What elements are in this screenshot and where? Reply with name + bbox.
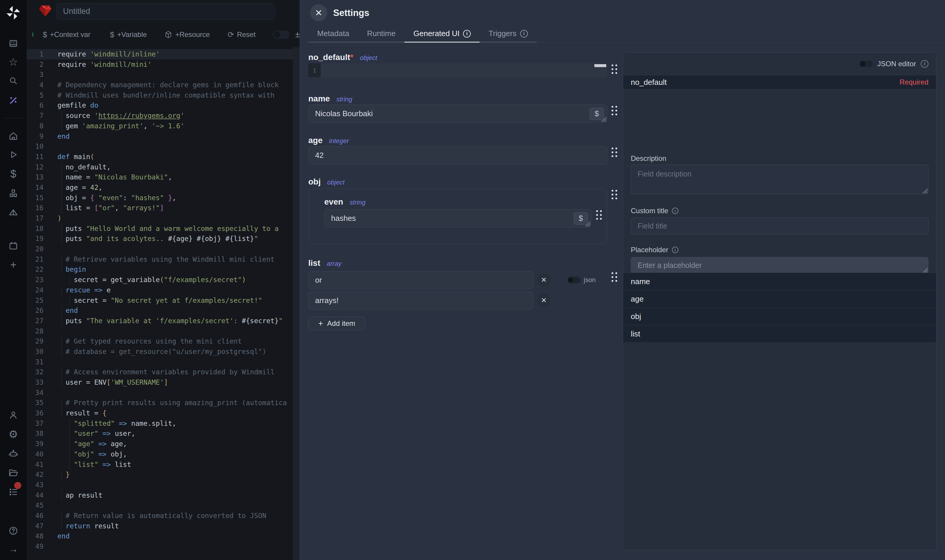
code-line[interactable]: 41 "list" => list <box>27 460 300 470</box>
field-row-list[interactable]: list <box>623 325 936 343</box>
code-line[interactable]: 33 user = ENV['WM_USERNAME'] <box>27 377 300 388</box>
ai-wand-icon[interactable] <box>0 93 27 108</box>
code-line[interactable]: 38 "user" => user, <box>27 428 300 439</box>
home-icon[interactable] <box>0 128 27 144</box>
code-line[interactable]: 49 <box>27 542 300 552</box>
favorites-icon[interactable]: ☆ <box>0 54 27 70</box>
list-item-input[interactable]: or <box>308 271 533 289</box>
resize-handle[interactable] <box>922 188 928 193</box>
selected-field-row[interactable]: no_default Required <box>623 75 936 89</box>
search-icon[interactable] <box>0 73 27 88</box>
code-line[interactable]: 10 <box>27 142 300 152</box>
code-line[interactable]: 36 result = { <box>27 408 300 418</box>
collapse-icon[interactable]: → <box>0 541 27 557</box>
code-line[interactable]: 5# Windmill uses bundler/inline compatib… <box>27 90 300 100</box>
code-line[interactable]: 8 gem 'amazing_print', '~> 1.6' <box>27 121 300 131</box>
code-line[interactable]: 13 name = "Nicolas Bourbaki", <box>27 172 300 182</box>
code-line[interactable]: 46 # Return value is automatically conve… <box>27 511 300 521</box>
code-line[interactable]: 3 <box>27 69 300 80</box>
code-line[interactable]: 20 <box>27 244 300 254</box>
resize-handle[interactable] <box>922 268 928 273</box>
placeholder-input[interactable]: Enter a placeholder <box>631 257 928 274</box>
json-toggle[interactable] <box>567 277 581 283</box>
code-line[interactable]: 43 <box>27 480 300 490</box>
code-line[interactable]: 47 return result <box>27 521 300 531</box>
code-line[interactable]: 7 source 'https://rubygems.org' <box>27 111 300 121</box>
tab-metadata[interactable]: Metadata <box>308 25 358 43</box>
remove-item-icon[interactable]: ✕ <box>537 273 550 287</box>
help-icon[interactable] <box>0 523 27 538</box>
json-editor-toggle[interactable] <box>860 61 873 67</box>
field-row-age[interactable]: age <box>623 290 936 308</box>
code-line[interactable]: 4# Dependency management: declare gems i… <box>27 80 300 90</box>
add-item-button[interactable]: + Add item <box>308 317 365 330</box>
user-icon[interactable] <box>0 408 27 423</box>
audit-list-icon[interactable] <box>0 484 27 500</box>
close-icon[interactable]: ✕ <box>310 4 327 21</box>
drag-handle-icon[interactable] <box>596 210 602 220</box>
code-line[interactable]: 35 # Pretty print results using amazing_… <box>27 398 300 408</box>
code-line[interactable]: 25 secret = "No secret yet at f/examples… <box>27 295 300 306</box>
code-line[interactable]: 15 obj = { "even": "hashes" }, <box>27 193 300 203</box>
tab-runtime[interactable]: Runtime <box>358 25 404 43</box>
insert-variable-button[interactable]: $ <box>574 212 588 225</box>
editor-scrollbar[interactable] <box>293 47 300 560</box>
code-line[interactable]: 23 secret = get_variable("f/examples/sec… <box>27 275 300 285</box>
drag-handle-icon[interactable] <box>612 65 617 74</box>
code-line[interactable]: 30 # database = get_resource("u/user/my_… <box>27 346 300 357</box>
age-input[interactable]: 42 <box>308 146 607 165</box>
code-line[interactable]: 39 "age" => age, <box>27 439 300 449</box>
resources-icon[interactable] <box>0 186 27 201</box>
field-row-obj[interactable]: obj <box>623 308 936 325</box>
schemas-icon[interactable] <box>0 205 27 220</box>
diff-toggle[interactable] <box>273 31 289 39</box>
field-row-name[interactable]: name <box>623 273 936 290</box>
code-line[interactable]: 19 puts "and its acolytes.. #{age} #{obj… <box>27 234 300 244</box>
name-input[interactable]: Nicolas Bourbaki $ <box>308 105 607 123</box>
reset-button[interactable]: ⟳ Reset <box>228 30 256 39</box>
variables-icon[interactable]: $ <box>0 166 27 182</box>
code-line[interactable]: 37 "splitted" => name.split, <box>27 418 300 429</box>
drag-handle-icon[interactable] <box>612 148 617 157</box>
code-line[interactable]: 27 puts "The variable at 'f/examples/sec… <box>27 316 300 326</box>
code-line[interactable]: 11def main( <box>27 152 300 162</box>
code-line[interactable]: 14 age = 42, <box>27 182 300 193</box>
even-input[interactable]: hashes $ <box>324 209 591 228</box>
code-line[interactable]: 22 begin <box>27 264 300 275</box>
drag-handle-icon[interactable] <box>612 272 617 282</box>
tab-generated-ui[interactable]: Generated UI i <box>404 25 479 43</box>
code-line[interactable]: 1require 'windmill/inline' <box>27 49 300 59</box>
add-resource-button[interactable]: +Resource <box>165 31 210 39</box>
code-line[interactable]: 28 <box>27 326 300 337</box>
code-line[interactable]: 24 rescue => e <box>27 285 300 295</box>
code-line[interactable]: 2require 'windmill/mini' <box>27 59 300 70</box>
code-line[interactable]: 42 } <box>27 469 300 480</box>
code-line[interactable]: 40 "obj" => obj, <box>27 449 300 460</box>
assistant-icon[interactable] <box>0 446 27 461</box>
custom-title-input[interactable]: Field title <box>631 218 928 234</box>
drag-handle-icon[interactable] <box>612 190 617 199</box>
insert-variable-button[interactable]: $ <box>590 108 604 120</box>
add-variable-button[interactable]: $ +Variable <box>110 30 147 39</box>
list-item-input[interactable]: arrays! <box>308 292 533 309</box>
code-line[interactable]: 31 <box>27 357 300 367</box>
mini-scrollbar[interactable] <box>594 64 606 67</box>
tab-triggers[interactable]: Triggers i <box>479 25 536 43</box>
windmill-logo-icon[interactable] <box>6 5 21 20</box>
code-line[interactable]: 17) <box>27 213 300 223</box>
add-icon[interactable]: + <box>0 257 27 272</box>
code-line[interactable]: 12 no_default, <box>27 162 300 172</box>
remove-item-icon[interactable]: ✕ <box>537 294 550 307</box>
folders-icon[interactable] <box>0 465 27 480</box>
workspace-icon[interactable] <box>0 36 27 51</box>
code-line[interactable]: 21 # Retrieve variables using the Windmi… <box>27 254 300 265</box>
no-default-json-input[interactable]: 1 <box>308 63 607 77</box>
settings-icon[interactable]: ⚙ <box>0 427 27 442</box>
code-line[interactable]: 44 ap result <box>27 490 300 501</box>
code-line[interactable]: 16 list = ["or", "arrays!"] <box>27 203 300 213</box>
runs-icon[interactable] <box>0 147 27 162</box>
script-title-input[interactable]: Untitled <box>56 3 275 20</box>
drag-handle-icon[interactable] <box>612 106 617 115</box>
code-line[interactable]: 26 end <box>27 305 300 316</box>
code-line[interactable]: 34 <box>27 388 300 398</box>
